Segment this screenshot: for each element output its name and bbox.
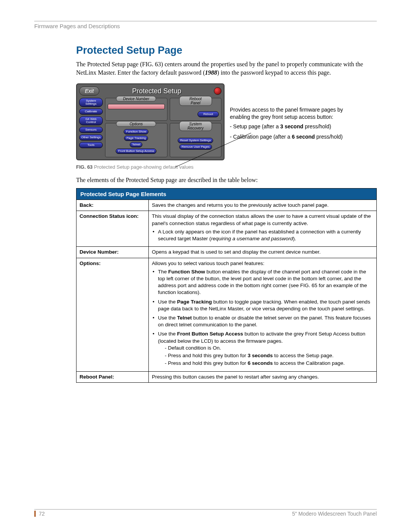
led-icon [214, 87, 221, 95]
figure-caption: FIG. 63 Protected Setup page-showing def… [76, 164, 377, 170]
figure-annotation: Provides access to the panel firmware pa… [230, 106, 363, 144]
opt-front-button-setup[interactable]: Front Button Setup Access [116, 149, 156, 154]
device-number-label: Device Number [116, 96, 156, 102]
table-lead-in: The elements of the Protected Setup page… [76, 177, 377, 184]
options-label: Options [116, 121, 156, 127]
intro-paragraph: The Protected Setup page (FIG. 63) cente… [76, 60, 377, 77]
side-system-settings[interactable]: System Settings [79, 98, 103, 107]
opt-page-tracking[interactable]: Page Tracking [124, 136, 148, 141]
page-footer: 72 5" Modero Widescreen Touch Panel [34, 509, 377, 517]
exit-button[interactable]: Exit [79, 86, 99, 96]
panel-title: Protected Setup [102, 87, 211, 95]
section-label: Firmware Pages and Descriptions [34, 23, 377, 29]
remove-user-pages[interactable]: Remove User Pages [179, 144, 212, 150]
elements-table: Protected Setup Page Elements Back: Save… [76, 188, 377, 383]
side-tools[interactable]: Tools [79, 142, 103, 148]
panel-screenshot: Exit Protected Setup System Settings Cal… [76, 83, 225, 160]
device-number-field[interactable] [108, 104, 165, 109]
opt-function-show[interactable]: Function Show [124, 129, 148, 134]
page-number: 72 [34, 511, 45, 517]
reboot-button[interactable]: Reboot [198, 111, 219, 117]
side-sensors[interactable]: Sensors [79, 127, 103, 133]
page-title: Protected Setup Page [76, 45, 377, 56]
doc-title: 5" Modero Widescreen Touch Panel [292, 511, 377, 517]
reset-system-settings[interactable]: Reset System Settings [178, 138, 213, 143]
side-other-settings[interactable]: Other Settings [79, 134, 103, 141]
side-nav: System Settings Calibrate G4 Web Control… [79, 98, 103, 157]
opt-telnet[interactable]: Telnet [130, 142, 142, 147]
figure-row: Exit Protected Setup System Settings Cal… [76, 83, 377, 160]
side-g4-web-control[interactable]: G4 Web Control [79, 116, 103, 125]
side-calibrate[interactable]: Calibrate [79, 109, 103, 115]
table-header: Protected Setup Page Elements [76, 189, 377, 200]
system-recovery-label: System Recovery [179, 121, 212, 131]
reboot-panel-label: Reboot Panel [179, 96, 212, 106]
